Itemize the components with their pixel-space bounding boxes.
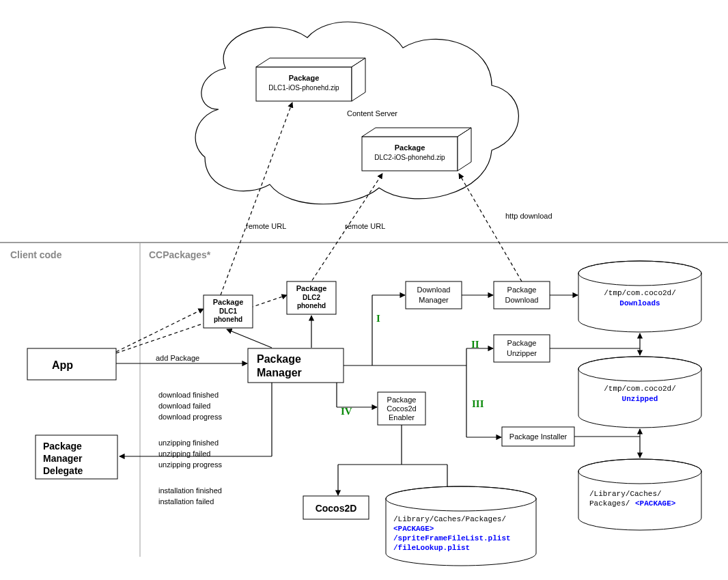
node-app: App [27,348,116,380]
pkg2-file: DLC2-iOS-phonehd.zip [374,154,445,161]
svg-text:Download: Download [505,296,539,304]
label-remote-url-1: remote URL [246,222,286,230]
svg-text:installation failed: installation failed [158,497,214,506]
step-i: I [376,313,380,324]
svg-text:<PACKAGE>: <PACKAGE> [635,499,676,508]
label-remote-url-2: remote URL [345,222,385,230]
label-http-download: http download [505,212,552,220]
svg-text:/Library/Caches/: /Library/Caches/ [589,490,662,498]
svg-text:Downloads: Downloads [619,299,660,307]
svg-text:phonehd: phonehd [214,316,242,323]
svg-text:phonehd: phonehd [297,302,326,309]
cloud-package-1: Package DLC1-iOS-phonehd.zip [256,58,365,101]
svg-text:download finished: download finished [158,391,219,399]
storage-library: /Library/Caches/ Packages/ <PACKAGE> [578,459,701,530]
svg-text:Unzipper: Unzipper [507,349,537,357]
svg-text:Packages/: Packages/ [589,499,630,508]
node-cocos2d: Cocos2D [303,496,369,519]
arrow-remote-url-1 [221,102,292,295]
svg-text:Package: Package [507,286,537,294]
node-package-download: Package Download [494,281,550,309]
event-labels: download finished download failed downlo… [158,391,222,506]
svg-text:App: App [52,359,73,371]
arrow-app-pkg1 [116,309,204,352]
svg-text:Package: Package [387,396,417,404]
pkg2-title: Package [395,143,425,152]
pkg1-title: Package [289,74,320,82]
node-enabler: Package Cocos2d Enabler [378,392,425,425]
svg-text:<PACKAGE>: <PACKAGE> [393,525,434,533]
node-delegate: Package Manager Delegate [36,435,117,479]
svg-text:DLC1: DLC1 [219,307,238,315]
diagram: Content Server Package DLC1-iOS-phonehd.… [0,0,728,580]
svg-text:/fileLookup.plist: /fileLookup.plist [393,544,470,552]
cloud-package-2: Package DLC2-iOS-phonehd.zip [362,128,471,171]
node-package-manager: Package Manager [248,348,344,383]
svg-text:Cocos2d: Cocos2d [387,404,416,413]
svg-text:unzipping progress: unzipping progress [158,460,222,469]
svg-text:download progress: download progress [158,413,222,421]
node-package-dlc2: Package DLC2 phonehd [287,281,336,314]
svg-text:/tmp/com.coco2d/: /tmp/com.coco2d/ [604,385,676,393]
svg-text:Package: Package [213,298,244,306]
arrow-pm-to-pkg1 [227,329,272,348]
svg-marker-1 [256,58,365,67]
svg-text:Package: Package [507,339,537,347]
svg-text:unzipping failed: unzipping failed [158,450,210,458]
arrow-app-pkg2 [116,295,287,353]
section-ccpackages: CCPackages* [149,249,211,260]
svg-text:/spriteFrameFileList.plist: /spriteFrameFileList.plist [393,534,511,542]
storage-unzipped: /tmp/com.coco2d/ Unzipped [578,357,701,428]
svg-text:/Library/Caches/Packages/: /Library/Caches/Packages/ [393,515,506,523]
storage-downloads: /tmp/com.coco2d/ Downloads [578,261,701,332]
label-add-package: add Package [156,354,199,362]
node-package-dlc1: Package DLC1 phonehd [204,295,253,328]
svg-marker-4 [362,128,471,137]
svg-text:Manager: Manager [419,296,449,304]
node-package-installer: Package Installer [502,427,574,446]
cloud-label: Content Server [347,109,397,118]
svg-text:/tmp/com.coco2d/: /tmp/com.coco2d/ [604,289,676,297]
pkg1-file: DLC1-iOS-phonehd.zip [268,84,339,92]
svg-text:Download: Download [417,286,451,294]
svg-text:DLC2: DLC2 [303,294,321,301]
svg-text:Enabler: Enabler [389,413,415,422]
svg-text:Delegate: Delegate [43,465,83,476]
svg-text:Package Installer: Package Installer [509,432,568,441]
step-iii: III [472,398,484,409]
cloud-server: Content Server Package DLC1-iOS-phonehd.… [195,22,518,204]
svg-text:Package: Package [257,353,301,365]
node-package-unzipper: Package Unzipper [494,335,550,362]
svg-text:unzipping finished: unzipping finished [158,439,219,447]
step-ii: II [471,339,479,350]
svg-text:Unzipped: Unzipped [622,395,658,403]
svg-text:Manager: Manager [43,453,83,464]
svg-text:Package: Package [43,441,82,452]
node-download-manager: Download Manager [406,281,462,309]
svg-text:Cocos2D: Cocos2D [316,503,357,514]
svg-text:installation finished: installation finished [158,486,222,495]
svg-text:download failed: download failed [158,402,210,410]
svg-text:Package: Package [296,284,327,292]
storage-enabler-plist: /Library/Caches/Packages/ <PACKAGE> /spr… [386,486,536,566]
arrow-http-download [459,174,522,281]
svg-text:Manager: Manager [257,367,302,378]
step-iv: IV [341,406,352,417]
section-client-code: Client code [10,249,62,260]
